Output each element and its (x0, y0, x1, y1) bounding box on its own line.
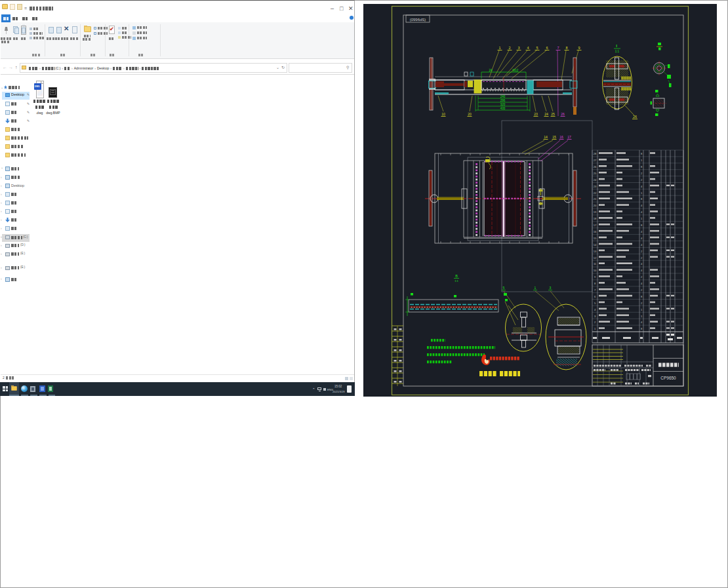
svg-text:1:1: 1:1 (615, 50, 620, 53)
svg-text:10: 10 (594, 269, 597, 272)
svg-text:20: 20 (594, 204, 597, 207)
svg-text:320: 320 (500, 103, 506, 106)
svg-text:26: 26 (561, 112, 565, 116)
svg-text:1: 1 (535, 286, 536, 290)
svg-text:22: 22 (594, 191, 597, 195)
svg-text:25: 25 (594, 172, 597, 175)
svg-text:24: 24 (594, 178, 597, 182)
svg-text:240: 240 (500, 95, 506, 98)
svg-text:9: 9 (578, 46, 580, 50)
svg-text:17: 17 (567, 135, 571, 139)
svg-text:430: 430 (500, 107, 506, 110)
svg-text:24: 24 (489, 69, 493, 72)
svg-text:24: 24 (544, 112, 548, 116)
svg-text:B: B (455, 274, 458, 278)
svg-text:7: 7 (557, 46, 559, 50)
svg-text:25: 25 (551, 112, 555, 116)
svg-text:5: 5 (536, 46, 538, 50)
svg-text:M12: M12 (513, 69, 519, 72)
svg-text:23: 23 (594, 185, 597, 188)
svg-text:12: 12 (594, 256, 597, 260)
svg-text:10: 10 (441, 112, 445, 116)
svg-text:20: 20 (468, 112, 472, 116)
svg-text:4: 4 (527, 46, 529, 50)
svg-text:27: 27 (594, 159, 597, 162)
svg-text:CP9650: CP9650 (660, 376, 676, 380)
svg-text:17: 17 (594, 224, 597, 227)
svg-text:16: 16 (559, 135, 563, 139)
svg-text:3: 3 (517, 46, 519, 50)
svg-text:14: 14 (544, 135, 548, 139)
svg-text:16: 16 (594, 230, 597, 233)
svg-text:19: 19 (594, 210, 597, 214)
svg-text:3: 3 (550, 286, 552, 290)
svg-text:28: 28 (594, 152, 597, 155)
svg-text:13: 13 (594, 250, 597, 253)
svg-text:1: 1 (498, 46, 500, 50)
svg-text:5: 5 (503, 286, 505, 290)
svg-text:6: 6 (546, 46, 548, 50)
svg-text:2: 2 (508, 46, 510, 50)
svg-text:1:1: 1:1 (455, 279, 458, 283)
svg-text:26: 26 (633, 115, 637, 119)
svg-text:26: 26 (594, 165, 597, 168)
svg-text:(0996dS): (0996dS) (410, 18, 426, 22)
svg-text:21: 21 (594, 197, 597, 201)
svg-text:15: 15 (552, 135, 556, 139)
svg-text:15: 15 (594, 237, 597, 240)
svg-text:23: 23 (534, 112, 538, 116)
svg-text:18: 18 (594, 217, 597, 220)
svg-text:14: 14 (594, 243, 597, 246)
svg-text:8: 8 (565, 46, 567, 50)
svg-text:296: 296 (500, 99, 506, 102)
